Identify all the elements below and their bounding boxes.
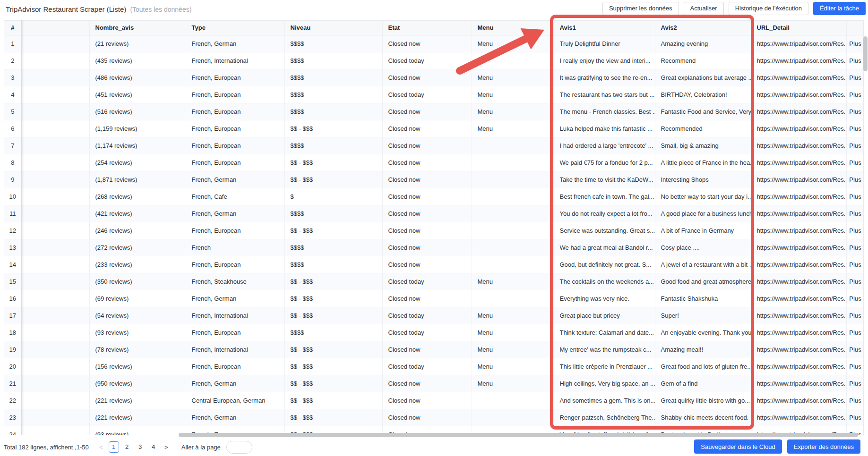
cell-empty xyxy=(21,86,89,103)
plus-link[interactable]: Plus xyxy=(849,244,861,251)
cell-url-detail: https://www.tripadvisor.com/Res... xyxy=(751,103,846,120)
plus-link[interactable]: Plus xyxy=(849,176,861,183)
cell-avis2: Recommended xyxy=(655,120,751,137)
table-row: 5 (516 reviews) French, European $$$$ Cl… xyxy=(4,103,864,120)
goto-page-input[interactable] xyxy=(226,441,252,454)
plus-link[interactable]: Plus xyxy=(849,210,861,217)
plus-link[interactable]: Plus xyxy=(849,74,861,81)
cell-nombre-avis: (451 reviews) xyxy=(89,86,186,103)
plus-link[interactable]: Plus xyxy=(849,363,861,370)
column-header-niveau: Niveau xyxy=(284,21,382,35)
cell-etat: Closed now xyxy=(382,137,472,154)
save-cloud-button[interactable]: Sauvegarder dans le Cloud xyxy=(694,439,782,454)
plus-link[interactable]: Plus xyxy=(849,414,861,421)
cell-etat: Closed now xyxy=(382,69,472,86)
column-header-plus xyxy=(846,21,864,35)
cell-niveau: $$ - $$$ xyxy=(284,307,382,324)
cell-row-number: 10 xyxy=(4,188,21,205)
cell-menu: Menu xyxy=(472,69,554,86)
cell-url-detail: https://www.tripadvisor.com/Res... xyxy=(751,358,846,375)
page-1-button[interactable]: 1 xyxy=(109,441,119,453)
cell-type: French, International xyxy=(186,341,284,358)
cell-niveau: $$$$ xyxy=(284,256,382,273)
horizontal-scrollbar-thumb[interactable] xyxy=(179,433,858,437)
table-row: 2 (435 reviews) French, International $$… xyxy=(4,52,864,69)
plus-link[interactable]: Plus xyxy=(849,278,861,285)
cell-etat: Closed now xyxy=(382,375,472,392)
cell-niveau: $$$$ xyxy=(284,35,382,52)
cell-etat: Closed today xyxy=(382,86,472,103)
cell-niveau: $$ - $$$ xyxy=(284,341,382,358)
table-row: 16 (69 reviews) French, German $$ - $$$ … xyxy=(4,290,864,307)
cell-etat: Closed today xyxy=(382,324,472,341)
plus-link[interactable]: Plus xyxy=(849,346,861,353)
table-row: 23 (221 reviews) French, German $$ - $$$… xyxy=(4,409,864,426)
cell-row-number: 18 xyxy=(4,324,21,341)
cell-etat: Closed now xyxy=(382,103,472,120)
plus-link[interactable]: Plus xyxy=(849,312,861,319)
table-row: 22 (221 reviews) Central European, Germa… xyxy=(4,392,864,409)
page-3-button[interactable]: 3 xyxy=(135,441,146,453)
table-row: 13 (272 reviews) French $$$$ Closed now … xyxy=(4,239,864,256)
cell-type: French, German xyxy=(186,205,284,222)
cell-menu xyxy=(472,222,554,239)
cell-niveau: $$$$ xyxy=(284,239,382,256)
cell-nombre-avis: (221 reviews) xyxy=(89,392,186,409)
cell-row-number: 17 xyxy=(4,307,21,324)
cell-nombre-avis: (486 reviews) xyxy=(89,69,186,86)
cell-empty xyxy=(21,137,89,154)
edit-task-button[interactable]: Éditer la tâche xyxy=(813,2,866,15)
cell-empty xyxy=(21,273,89,290)
cell-menu: Menu xyxy=(472,324,554,341)
cell-avis1: Think texture: Calamari and date... xyxy=(554,324,655,341)
table-row: 6 (1,159 reviews) French, European $$ - … xyxy=(4,120,864,137)
next-page-button[interactable]: > xyxy=(162,444,171,451)
plus-link[interactable]: Plus xyxy=(849,40,861,47)
plus-link[interactable]: Plus xyxy=(849,295,861,302)
cell-empty xyxy=(21,324,89,341)
cell-etat: Closed now xyxy=(382,188,472,205)
plus-link[interactable]: Plus xyxy=(849,380,861,387)
cell-empty xyxy=(21,120,89,137)
table-row: 21 (950 reviews) French, German $$ - $$$… xyxy=(4,375,864,392)
export-data-button[interactable]: Exporter des données xyxy=(787,439,860,454)
cell-menu: Menu xyxy=(472,120,554,137)
plus-link[interactable]: Plus xyxy=(849,397,861,404)
cell-niveau: $$$$ xyxy=(284,69,382,86)
plus-link[interactable]: Plus xyxy=(849,193,861,200)
cell-avis1: You do not really expect a lot fro... xyxy=(554,205,655,222)
table-body: 1 (21 reviews) French, German $$$$ Close… xyxy=(4,35,864,435)
refresh-button[interactable]: Actualiser xyxy=(684,2,724,15)
plus-link[interactable]: Plus xyxy=(849,142,861,149)
page-4-button[interactable]: 4 xyxy=(148,441,159,453)
cell-etat: Closed now xyxy=(382,120,472,137)
plus-link[interactable]: Plus xyxy=(849,57,861,64)
table-header: # Nombre_avis Type Niveau Etat Menu Avis… xyxy=(4,21,864,35)
run-history-button[interactable]: Historique de l'éxécution xyxy=(729,2,808,15)
vertical-scrollbar-thumb[interactable] xyxy=(863,36,868,71)
cell-type: French, European xyxy=(186,137,284,154)
cell-menu xyxy=(472,52,554,69)
cell-empty xyxy=(21,154,89,171)
table-row: 18 (93 reviews) French, European $$$$ Cl… xyxy=(4,324,864,341)
plus-link[interactable]: Plus xyxy=(849,227,861,234)
cell-niveau: $$ - $$$ xyxy=(284,392,382,409)
plus-link[interactable]: Plus xyxy=(849,159,861,166)
plus-link[interactable]: Plus xyxy=(849,329,861,336)
pager: < 1 2 3 4 > xyxy=(96,441,171,453)
cell-avis1: It was gratifying to see the re-en... xyxy=(554,69,655,86)
prev-page-button[interactable]: < xyxy=(96,444,106,451)
delete-data-button[interactable]: Supprimer les données xyxy=(602,2,679,15)
cell-nombre-avis: (93 reviews) xyxy=(89,426,186,435)
cell-etat: Closed now xyxy=(382,171,472,188)
plus-link[interactable]: Plus xyxy=(849,91,861,98)
cell-etat: Closed today xyxy=(382,52,472,69)
cell-avis1: High ceilings, Very big space, an ... xyxy=(554,375,655,392)
plus-link[interactable]: Plus xyxy=(849,125,861,132)
page-2-button[interactable]: 2 xyxy=(122,441,132,453)
cell-nombre-avis: (421 reviews) xyxy=(89,205,186,222)
plus-link[interactable]: Plus xyxy=(849,108,861,115)
cell-row-number: 24 xyxy=(4,426,21,435)
cell-url-detail: https://www.tripadvisor.com/Res... xyxy=(751,341,846,358)
plus-link[interactable]: Plus xyxy=(849,261,861,268)
